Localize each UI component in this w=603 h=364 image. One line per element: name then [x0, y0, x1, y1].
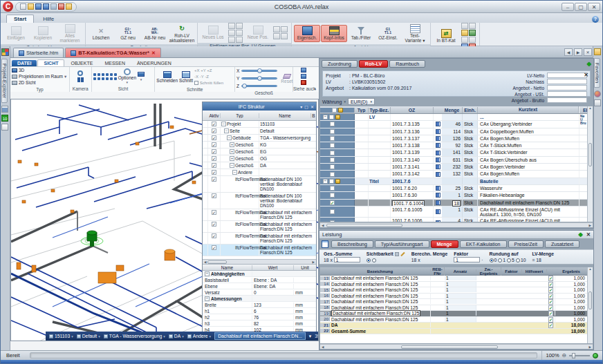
row-checkbox[interactable]	[329, 115, 334, 119]
ifc-tree-row[interactable]: ✓IfcFlowTerminalDachablauf mit einfachem…	[203, 209, 316, 221]
roh-lv-aktualisieren-button[interactable]: ↻Roh-LV aktualisieren	[169, 23, 195, 44]
close-button[interactable]: ✕	[588, 3, 600, 11]
ribbon-tab-hilfe[interactable]: Hilfe	[35, 15, 62, 23]
total-input[interactable]	[547, 79, 587, 84]
zoom-out-icon[interactable]: ⊖	[562, 352, 566, 358]
menge-row[interactable]: 14Dachablauf mit einfachem Flansch:DN 12…	[320, 282, 587, 288]
projections-button[interactable]: Projektionen im Raum▾	[12, 74, 66, 79]
row-checkbox[interactable]: ✓	[212, 122, 216, 126]
ifc-tree-row[interactable]: ✓−Projekt151103	[203, 121, 316, 128]
ribbon-tab-start[interactable]: Start	[6, 15, 34, 23]
view-direction-grid-2[interactable]	[106, 73, 117, 80]
print-icon[interactable]	[50, 3, 57, 10]
oz-einst--button[interactable]: G1 T1.1OZ-Einst.	[375, 25, 401, 42]
slider-y[interactable]	[241, 77, 277, 79]
info-close-icon[interactable]: ✕	[584, 72, 588, 78]
axes-minus-button[interactable]: -X -Y -Z	[194, 74, 223, 79]
viewer-status-item[interactable]: 151103▾	[49, 334, 73, 338]
row-checkbox[interactable]: ✓	[547, 299, 555, 304]
binoculars-icon[interactable]	[77, 77, 84, 82]
mini-icon[interactable]	[469, 37, 476, 43]
lv-row[interactable]: 1001.7.6.2025StckWasseruhr	[320, 185, 593, 192]
expander-icon[interactable]: −	[227, 135, 232, 140]
ifc-tree-row[interactable]: ✓IfcFlowTerminalDachablauf mit einfachem…	[203, 245, 316, 256]
row-checkbox[interactable]: ✓	[212, 142, 216, 147]
menge-row[interactable]: 13Dachablauf mit einfachem Flansch:DN 12…	[320, 276, 587, 282]
ab-nr-neu-button[interactable]: AB↓ WA↓AB-Nr neu	[142, 25, 168, 42]
lv-row[interactable]: 1001.7.3.140631StckCAx Bogen:Überschub a…	[320, 157, 593, 164]
expander-icon[interactable]: −	[230, 163, 234, 168]
viewer-tab-datei[interactable]: DATEI	[12, 60, 37, 66]
viewer-tab-objekte[interactable]: OBJEKTE	[65, 60, 98, 66]
ifc-tree-row[interactable]: ✓−GebäudeTGA - Wasserversorgung	[203, 135, 316, 142]
text-variante--button[interactable]: Text-Variante ▾	[402, 23, 428, 44]
lv-row[interactable]: 1001.7.3.136114StckCAx Doppelbogen:Muffe…	[320, 128, 593, 135]
mini-icon[interactable]	[461, 30, 468, 36]
row-checkbox[interactable]: ✓	[547, 317, 555, 322]
neue-pos--button[interactable]: Neue Pos.	[245, 24, 271, 41]
ifc-tree-row[interactable]: ✓IfcFlowTerminalBodenablauf DN 100 verti…	[203, 193, 316, 209]
dock-diamond-icon[interactable]: ◆	[579, 231, 583, 238]
save-all-icon[interactable]	[43, 3, 49, 10]
app-logo-icon[interactable]: C	[3, 1, 13, 12]
row-checkbox[interactable]	[330, 129, 335, 134]
zoom-slider[interactable]	[569, 355, 590, 356]
ifc-tree-row[interactable]: ✓IfcFlowTerminalBodenablauf DN 100 verti…	[203, 176, 316, 193]
row-checkbox[interactable]	[330, 220, 335, 222]
total-input[interactable]	[547, 73, 587, 78]
ifc-tree-row[interactable]: ✓+GeschoßKG	[203, 142, 316, 149]
currency-select[interactable]: EUR(D)▾	[348, 98, 375, 105]
lv-row[interactable]: 1001.7.3.137126StckCAx Bogen:Muffen	[320, 135, 593, 142]
row-checkbox[interactable]: ✓	[212, 170, 216, 175]
expander-icon[interactable]: −	[232, 170, 237, 175]
row-checkbox[interactable]: ✓	[547, 305, 555, 310]
total-input[interactable]	[547, 91, 587, 97]
lv-row[interactable]: 1001.7.3.13892StckCAx T-Stück:Muffen	[320, 142, 593, 149]
viewer-tab-sicht[interactable]: SICHT	[37, 59, 64, 66]
leistung-tab-typ-ausf-hrungsart[interactable]: Typ/Ausführungsart	[375, 240, 429, 248]
visible-radio[interactable]	[367, 258, 371, 262]
row-checkbox[interactable]	[330, 143, 335, 148]
panel-close-icon[interactable]: ✕	[310, 104, 314, 109]
doc-tab[interactable]: BT-Kalkulation:TGA:Wasser*✕	[65, 48, 161, 57]
total-input[interactable]	[547, 97, 587, 103]
mini-icon[interactable]	[228, 23, 235, 29]
viewer-tab-änderungen[interactable]: ÄNDERUNGEN	[131, 60, 177, 66]
row-checkbox[interactable]: ✓	[212, 163, 216, 168]
property-row[interactable]: Breite123mm	[203, 302, 316, 308]
ifc-tree-row[interactable]: ✓+GeschoßEG	[203, 149, 316, 155]
row-checkbox[interactable]: ✓	[212, 210, 216, 215]
row-checkbox[interactable]: ✓	[212, 135, 216, 140]
row-checkbox[interactable]: ✓	[547, 311, 555, 316]
tree-column-header[interactable]	[320, 108, 355, 113]
web-icon[interactable]	[594, 90, 601, 97]
leistung-tab-zusatztext[interactable]: Zusatztext	[545, 240, 579, 248]
mini-icon[interactable]	[228, 30, 235, 36]
project-explorer-tab[interactable]: Projekt-Explorer	[1, 59, 8, 103]
ifc-panel-header[interactable]: IFC Struktur ▾ ▢ ✕	[203, 102, 316, 111]
menge-row[interactable]: 16Dachablauf mit einfachem Flansch:DN 12…	[320, 294, 587, 300]
gz-neu-button[interactable]: G1↑ T1.1GZ neu	[115, 25, 141, 42]
rundung-option[interactable]: 5	[507, 258, 514, 262]
counter-icon[interactable]: 10	[1, 115, 8, 122]
maximize-button[interactable]: ▢	[575, 3, 587, 11]
save-icon[interactable]	[35, 3, 41, 10]
tab-scroll-right-button[interactable]: ▶	[574, 48, 582, 56]
total-input[interactable]	[547, 85, 587, 90]
l-schen-button[interactable]: ✕Löschen	[88, 25, 114, 42]
row-checkbox[interactable]: ✓	[330, 200, 335, 205]
app-shortcut-icon[interactable]	[1, 48, 9, 56]
mini-icon[interactable]	[461, 37, 468, 43]
mini-icon[interactable]	[236, 23, 243, 29]
property-row[interactable]: Versatz0mm	[203, 289, 316, 296]
expander-icon[interactable]: +	[230, 156, 234, 161]
menge-row[interactable]: 21DA✓18,000	[320, 323, 587, 329]
favorites-icon[interactable]	[66, 3, 72, 10]
viewer-tab-messen[interactable]: MESSEN	[99, 60, 131, 66]
ifc-tree-row[interactable]: ✓−GeschoßDA	[203, 162, 316, 169]
doc-tab[interactable]: Startseite.htm	[13, 48, 64, 57]
row-checkbox[interactable]: ✓	[212, 193, 216, 198]
lv-row[interactable]: 1001.7.6.301StckFäkalien-Hebeanlage	[320, 192, 593, 199]
ifc-tree-row[interactable]: ✓IfcFlowTerminalDachablauf mit einfachem…	[203, 233, 316, 245]
menge-row[interactable]: 22Gesamt-Summe18,000	[320, 329, 587, 335]
